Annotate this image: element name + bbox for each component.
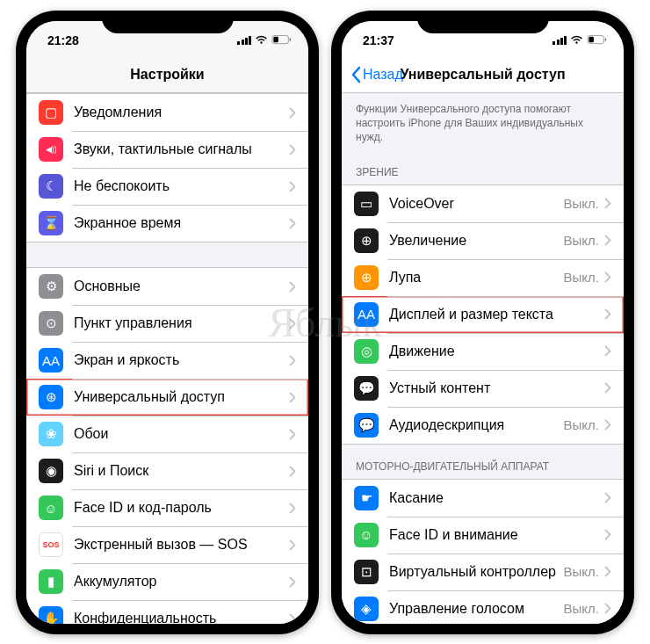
row-label: Движение	[389, 344, 604, 359]
back-button[interactable]: Назад	[350, 66, 403, 83]
settings-row[interactable]: AA Дисплей и размер текста	[342, 296, 624, 333]
settings-row[interactable]: ▭ VoiceOver Выкл.	[342, 185, 624, 222]
voice-icon: ◈	[354, 597, 379, 621]
chevron-right-icon	[604, 603, 611, 614]
row-label: Виртуальный контроллер	[389, 564, 564, 580]
motion-icon: ◎	[354, 339, 379, 364]
settings-row[interactable]: ◈ Управление голосом Выкл.	[342, 590, 624, 624]
control-icon: ⊙	[39, 311, 63, 336]
faceatt-icon: ☺	[354, 523, 379, 547]
settings-row[interactable]: ⊕ Лупа Выкл.	[342, 259, 624, 296]
row-status: Выкл.	[564, 233, 599, 248]
chevron-right-icon	[289, 355, 296, 366]
svg-rect-2	[290, 38, 291, 41]
phone-right: 21:37 Назад Универсальный доступ Функции…	[331, 11, 634, 634]
settings-row[interactable]: ⊡ Виртуальный контроллер Выкл.	[342, 554, 624, 590]
settings-row[interactable]: ◀)) Звуки, тактильные сигналы	[26, 131, 308, 168]
settings-row[interactable]: ❀ Обои	[26, 416, 308, 452]
settings-row[interactable]: 💬 Устный контент	[342, 370, 624, 407]
sounds-icon: ◀))	[39, 137, 63, 162]
magnifier-icon: ⊕	[354, 265, 379, 290]
settings-row[interactable]: ◎ Движение	[342, 333, 624, 370]
row-label: Аккумулятор	[74, 574, 289, 590]
svg-rect-1	[273, 37, 278, 42]
svg-rect-4	[589, 37, 594, 42]
settings-row[interactable]: ☾ Не беспокоить	[26, 168, 308, 205]
settings-row[interactable]: ☛ Касание	[342, 480, 624, 517]
siri-icon: ◉	[39, 459, 63, 483]
chevron-right-icon	[604, 419, 611, 431]
dnd-icon: ☾	[39, 174, 63, 199]
list-group: ☛ Касание ☺ Face ID и внимание ⊡ Виртуал…	[342, 479, 624, 624]
row-label: Касание	[389, 490, 604, 506]
settings-row[interactable]: ☺ Face ID и внимание	[342, 517, 624, 554]
row-label: Siri и Поиск	[74, 463, 289, 479]
chevron-right-icon	[604, 308, 611, 320]
row-label: Основные	[74, 279, 289, 294]
settings-row[interactable]: ▮ Аккумулятор	[26, 563, 308, 600]
status-indicators	[552, 33, 608, 47]
settings-row[interactable]: 💬 Аудиодескрипция Выкл.	[342, 407, 624, 444]
wifi-icon	[570, 33, 583, 47]
screentime-icon: ⌛	[39, 211, 63, 235]
accessibility-icon: ⊛	[39, 385, 63, 409]
status-time: 21:37	[363, 33, 394, 47]
wallpaper-icon: ❀	[39, 422, 63, 446]
voiceover-icon: ▭	[354, 192, 379, 216]
settings-row[interactable]: AA Экран и яркость	[26, 342, 308, 379]
notch	[417, 11, 549, 33]
svg-rect-5	[605, 38, 606, 41]
chevron-right-icon	[289, 281, 296, 293]
settings-row[interactable]: ◉ Siri и Поиск	[26, 452, 308, 489]
settings-row[interactable]: ✋ Конфиденциальность	[26, 600, 308, 624]
settings-row[interactable]: ▢ Уведомления	[26, 94, 308, 131]
general-icon: ⚙	[39, 274, 63, 299]
row-label: Не беспокоить	[74, 178, 289, 194]
settings-row[interactable]: ⌛ Экранное время	[26, 205, 308, 242]
battery-icon: ▮	[39, 569, 63, 594]
battery-icon	[271, 33, 292, 47]
chevron-right-icon	[604, 198, 611, 209]
display-icon: AA	[39, 348, 63, 373]
chevron-right-icon	[289, 503, 296, 514]
accessibility-content[interactable]: Функции Универсального доступа помогают …	[342, 93, 624, 624]
touch-icon: ☛	[354, 486, 379, 510]
spoken-icon: 💬	[354, 376, 379, 401]
faceid-icon: ☺	[39, 496, 63, 520]
row-label: Лупа	[389, 270, 564, 286]
chevron-right-icon	[289, 144, 296, 156]
row-label: Универсальный доступ	[74, 389, 289, 405]
chevron-left-icon	[350, 66, 361, 83]
screen-right: 21:37 Назад Универсальный доступ Функции…	[342, 21, 624, 624]
chevron-right-icon	[289, 318, 296, 329]
settings-row[interactable]: ⚙ Основные	[26, 268, 308, 305]
notch	[102, 11, 234, 33]
chevron-right-icon	[604, 566, 611, 577]
chevron-right-icon	[289, 613, 296, 625]
row-label: Аудиодескрипция	[389, 417, 564, 433]
phone-left: 21:28 Настройки ▢ Уведомления ◀)) Звуки,…	[16, 11, 319, 634]
row-label: Увеличение	[389, 233, 564, 249]
row-status: Выкл.	[564, 564, 599, 579]
row-label: Обои	[74, 426, 289, 442]
row-status: Выкл.	[564, 270, 599, 285]
settings-row[interactable]: SOS Экстренный вызов — SOS	[26, 526, 308, 563]
row-label: Пункт управления	[74, 315, 289, 331]
settings-row[interactable]: ⊕ Увеличение Выкл.	[342, 222, 624, 259]
chevron-right-icon	[289, 181, 296, 192]
cellular-icon	[552, 36, 567, 45]
status-indicators	[237, 33, 292, 47]
row-label: Дисплей и размер текста	[389, 307, 604, 322]
zoom-icon: ⊕	[354, 228, 379, 253]
chevron-right-icon	[604, 271, 611, 283]
page-title: Настройки	[26, 67, 308, 83]
settings-row[interactable]: ⊙ Пункт управления	[26, 305, 308, 342]
settings-row[interactable]: ⊛ Универсальный доступ	[26, 379, 308, 416]
group-spacer	[26, 242, 308, 267]
chevron-right-icon	[289, 429, 296, 440]
row-label: Звуки, тактильные сигналы	[74, 141, 289, 157]
section-description: Функции Универсального доступа помогают …	[342, 93, 624, 150]
chevron-right-icon	[289, 107, 296, 119]
settings-row[interactable]: ☺ Face ID и код-пароль	[26, 489, 308, 526]
settings-content[interactable]: ▢ Уведомления ◀)) Звуки, тактильные сигн…	[26, 93, 308, 624]
